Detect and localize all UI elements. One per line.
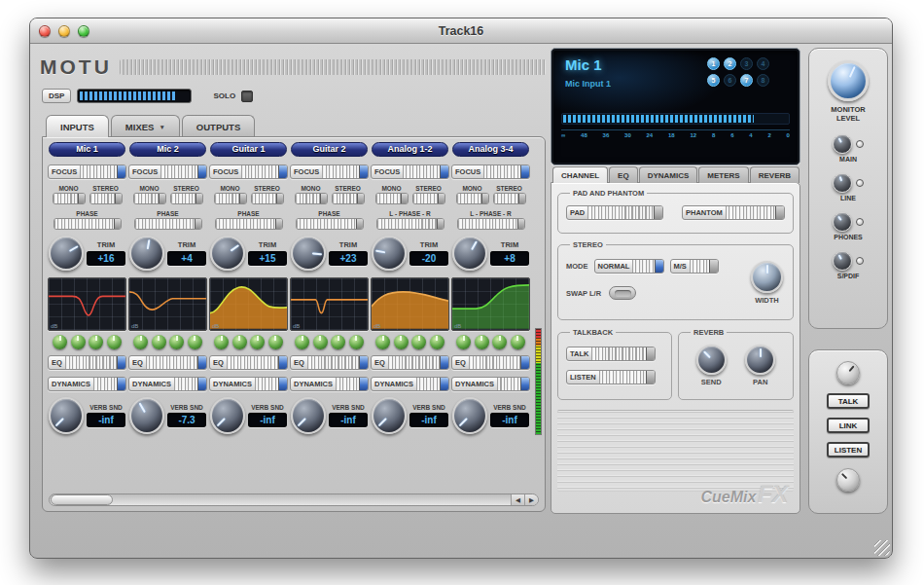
eq-thumbnail[interactable]: dB [128,277,207,331]
dynamics-button[interactable]: DYNAMICS [209,377,288,391]
display-button-4[interactable]: 4 [757,57,769,70]
tab-channel[interactable]: CHANNEL [552,166,608,183]
display-button-6[interactable]: 6 [724,74,736,87]
eq-band-knob[interactable] [268,335,283,349]
resize-grip[interactable] [874,540,890,556]
close-button[interactable] [39,25,51,37]
phase-toggle[interactable] [53,218,122,230]
channel-select-button[interactable]: Guitar 2 [291,142,368,157]
tab-eq[interactable]: EQ [609,166,638,183]
trim-knob[interactable] [49,236,84,271]
tab-mixes[interactable]: MIXES▼ [111,115,180,137]
channel-select-button[interactable]: Guitar 1 [210,142,287,157]
channel-select-button[interactable]: Mic 2 [129,142,206,157]
focus-button[interactable]: FOCUS [209,165,288,179]
eq-thumbnail[interactable]: dB [451,277,530,331]
tab-reverb[interactable]: REVERB [750,166,800,183]
eq-band-knob[interactable] [375,335,390,349]
display-button-8[interactable]: 8 [757,74,769,87]
channel-select-button[interactable]: Analog 1-2 [372,142,448,157]
scroll-right-arrow[interactable]: ▶ [524,494,538,505]
eq-button[interactable]: EQ [128,355,207,370]
dsp-button[interactable]: DSP [42,89,71,103]
verb-send-knob[interactable] [372,397,407,434]
dynamics-button[interactable]: DYNAMICS [128,377,207,391]
mono-toggle[interactable] [53,193,86,204]
eq-band-knob[interactable] [188,335,202,349]
eq-thumbnail[interactable]: dB [290,277,369,331]
dynamics-button[interactable]: DYNAMICS [290,377,369,391]
phones-select-radio[interactable] [856,218,864,226]
eq-band-knob[interactable] [71,335,86,349]
channel-select-button[interactable]: Analog 3-4 [452,142,529,157]
line-select-radio[interactable] [856,179,864,187]
scroll-left-arrow[interactable]: ◀ [511,494,524,505]
channel-select-button[interactable]: Mic 1 [49,142,125,157]
listen-button[interactable]: LISTEN [566,370,656,384]
trim-knob[interactable] [291,236,326,271]
stereo-toggle[interactable] [493,193,526,204]
main-select-radio[interactable] [856,140,864,148]
stereo-toggle[interactable] [251,193,284,204]
eq-band-knob[interactable] [214,335,229,349]
tab-dynamics[interactable]: DYNAMICS [639,166,698,183]
listen-hardware-button[interactable]: LISTEN [827,442,870,457]
eq-band-knob[interactable] [152,335,166,349]
eq-band-knob[interactable] [430,335,444,349]
phantom-button[interactable]: PHANTOM [682,205,785,220]
talk-button[interactable]: TALK [566,347,656,361]
mono-toggle[interactable] [214,193,247,204]
focus-button[interactable]: FOCUS [128,165,207,179]
dynamics-button[interactable]: DYNAMICS [48,377,126,391]
trim-knob[interactable] [210,236,245,271]
phase-toggle[interactable] [296,218,364,230]
phase-toggle[interactable] [376,218,444,230]
phase-toggle[interactable] [215,218,283,230]
zoom-button[interactable] [78,25,89,37]
dynamics-button[interactable]: DYNAMICS [451,377,530,391]
main-level-knob[interactable] [833,134,852,154]
spdif-select-radio[interactable] [856,257,864,265]
eq-button[interactable]: EQ [451,355,530,370]
eq-band-knob[interactable] [53,335,67,349]
eq-band-knob[interactable] [295,335,309,349]
eq-band-knob[interactable] [89,335,103,349]
verb-send-knob[interactable] [452,397,487,434]
eq-button[interactable]: EQ [48,355,126,370]
mode-ms-button[interactable]: M/S [670,259,719,274]
eq-band-knob[interactable] [169,335,184,349]
stereo-toggle[interactable] [412,193,445,204]
verb-send-knob[interactable] [129,397,164,434]
mono-toggle[interactable] [133,193,166,204]
eq-band-knob[interactable] [349,335,364,349]
eq-button[interactable]: EQ [371,355,449,370]
eq-band-knob[interactable] [456,335,471,349]
focus-button[interactable]: FOCUS [290,165,369,179]
stereo-toggle[interactable] [170,193,203,204]
eq-thumbnail[interactable]: dB [209,277,288,331]
tab-inputs[interactable]: INPUTS [46,115,109,137]
link-hardware-button[interactable]: LINK [827,418,870,433]
eq-band-knob[interactable] [250,335,265,349]
mode-normal-button[interactable]: NORMAL [594,259,664,274]
mono-toggle[interactable] [375,193,409,204]
focus-button[interactable]: FOCUS [371,165,449,179]
eq-band-knob[interactable] [411,335,426,349]
eq-band-knob[interactable] [331,335,345,349]
eq-button[interactable]: EQ [209,355,288,370]
tab-meters[interactable]: METERS [698,166,748,183]
focus-button[interactable]: FOCUS [451,165,530,179]
trim-knob[interactable] [452,236,487,271]
monitor-level-knob[interactable] [828,60,869,101]
scrollbar-thumb[interactable] [51,494,113,505]
eq-band-knob[interactable] [133,335,148,349]
eq-band-knob[interactable] [313,335,328,349]
stereo-toggle[interactable] [89,193,123,204]
eq-band-knob[interactable] [394,335,409,349]
verb-send-knob[interactable] [291,397,326,434]
dynamics-button[interactable]: DYNAMICS [371,377,449,391]
eq-band-knob[interactable] [492,335,507,349]
trim-knob[interactable] [372,236,407,271]
stereo-toggle[interactable] [332,193,365,204]
mono-toggle[interactable] [456,193,489,204]
